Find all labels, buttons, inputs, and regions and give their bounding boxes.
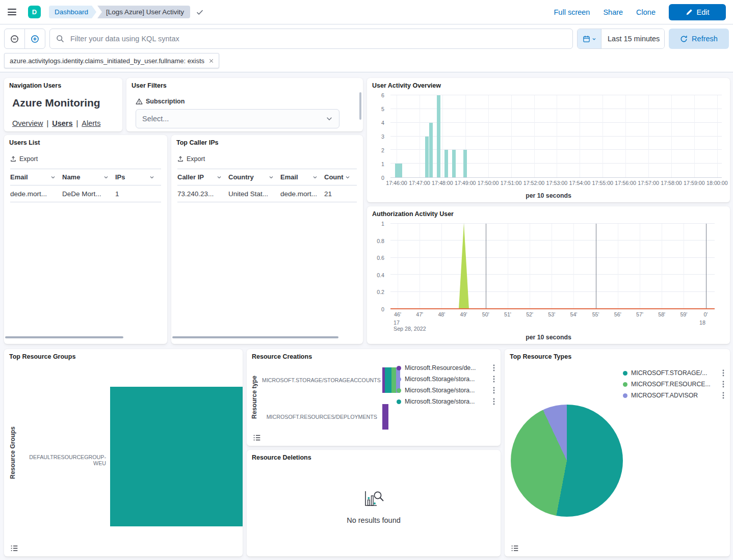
stacked-bar[interactable]: [382, 404, 388, 430]
legend-item-menu-button[interactable]: [491, 386, 496, 395]
category-label: MICROSOFT.RESOURCES/DEPLOYMENTS: [262, 414, 377, 420]
area-series-spike[interactable]: [459, 223, 469, 309]
bar-segment[interactable]: [391, 367, 396, 393]
column-header-caller-ip[interactable]: Caller IP: [177, 169, 228, 185]
legend-item[interactable]: Microsoft.Storage/stora...: [397, 385, 496, 396]
legend-item-menu-button[interactable]: [721, 391, 726, 400]
column-header-country[interactable]: Country: [228, 169, 280, 185]
nav-link-overview[interactable]: Overview: [12, 119, 43, 127]
legend-item-label[interactable]: MICROSOFT.STORAGE/...: [631, 369, 717, 377]
histogram-bar[interactable]: [437, 95, 440, 177]
x-tick-label: 17:59:00: [684, 180, 705, 186]
legend-item-label[interactable]: MICROSOFT.RESOURCE...: [631, 381, 717, 388]
column-header-email[interactable]: Email: [10, 169, 62, 185]
legend-item[interactable]: MICROSOFT.ADVISOR: [623, 390, 726, 401]
legend-item-label[interactable]: Microsoft.Storage/stora...: [405, 387, 488, 394]
legend-item-menu-button[interactable]: [491, 397, 496, 406]
filters-menu-button[interactable]: [5, 29, 24, 48]
table-row[interactable]: 73.240.23... United Stat... dede.mort...…: [177, 185, 357, 202]
export-button-label: Export: [187, 155, 205, 163]
x-tick-label: 50': [482, 311, 489, 317]
gridline: [398, 224, 398, 309]
panel-top-resource-types: Top Resource Types MICROSOFT.STORAGE/...…: [505, 349, 730, 556]
resource-group-bar[interactable]: [110, 387, 243, 526]
kql-search-input[interactable]: [49, 29, 573, 49]
legend-item-menu-button[interactable]: [491, 363, 496, 372]
y-tick-label: 0.4: [377, 272, 384, 278]
pie-chart[interactable]: [511, 405, 623, 517]
clone-button[interactable]: Clone: [636, 8, 656, 16]
subscription-select[interactable]: Select...: [136, 109, 339, 128]
share-button[interactable]: Share: [603, 8, 623, 16]
legend-item[interactable]: MICROSOFT.STORAGE/...: [623, 367, 726, 379]
legend-color-dot: [623, 382, 627, 387]
horizontal-scrollbar-thumb[interactable]: [5, 336, 123, 338]
x-tick-label: 17:55:00: [592, 180, 613, 186]
legend-item-label[interactable]: Microsoft.Resources/de...: [405, 364, 488, 371]
hamburger-menu-button[interactable]: [0, 0, 23, 24]
x-tick-label: 59': [680, 311, 687, 317]
bar-segment[interactable]: [385, 367, 391, 393]
histogram-bar[interactable]: [425, 137, 429, 178]
histogram-bar[interactable]: [452, 150, 456, 177]
legend-item-menu-button[interactable]: [721, 380, 726, 389]
column-header-ips[interactable]: IPs: [115, 169, 161, 185]
filter-pill[interactable]: azure.activitylogs.identity.claims_initi…: [4, 53, 219, 68]
table-row[interactable]: dede.mort... DeDe Mort... 1: [10, 185, 161, 202]
legend-item[interactable]: Microsoft.Storage/stora...: [397, 396, 496, 407]
add-filter-button[interactable]: [24, 29, 45, 48]
horizontal-scrollbar-thumb[interactable]: [172, 336, 338, 338]
y-tick-label: 3: [381, 134, 384, 140]
y-tick-label: 0.6: [377, 255, 384, 261]
refresh-button[interactable]: Refresh: [669, 29, 729, 49]
histogram-bar[interactable]: [429, 123, 433, 177]
legend-toggle-button[interactable]: [509, 543, 521, 553]
nav-link-alerts[interactable]: Alerts: [82, 119, 100, 127]
filter-field-label: Subscription: [136, 98, 185, 105]
histogram-bar[interactable]: [399, 164, 402, 177]
histogram-bar[interactable]: [395, 164, 399, 177]
legend-item-label[interactable]: MICROSOFT.ADVISOR: [631, 392, 717, 399]
export-button[interactable]: Export: [10, 155, 38, 163]
column-header-count[interactable]: Count: [324, 169, 357, 185]
legend-item[interactable]: Microsoft.Storage/stora...: [397, 374, 496, 385]
legend-item-menu-button[interactable]: [721, 368, 726, 378]
edit-button[interactable]: Edit: [669, 4, 726, 20]
gridline: [648, 95, 649, 177]
legend-item[interactable]: MICROSOFT.RESOURCE...: [623, 379, 726, 390]
legend-toggle-button[interactable]: [251, 433, 263, 443]
histogram-plot-area[interactable]: [390, 95, 722, 178]
breadcrumb-dashboard[interactable]: Dashboard: [49, 6, 96, 18]
vertical-scrollbar-thumb[interactable]: [359, 92, 361, 120]
cell-ips: 1: [115, 185, 161, 202]
chart-legend: MICROSOFT.STORAGE/...MICROSOFT.RESOURCE.…: [623, 367, 726, 401]
panel-resource-deletions: Resource Deletions No results found: [247, 450, 501, 556]
legend-item[interactable]: Microsoft.Resources/de...: [397, 362, 496, 374]
full-screen-button[interactable]: Full screen: [554, 8, 590, 16]
bar-segment[interactable]: [382, 404, 388, 430]
legend-item-label[interactable]: Microsoft.Storage/stora...: [405, 376, 488, 383]
column-header-name[interactable]: Name: [62, 169, 115, 185]
export-button[interactable]: Export: [177, 155, 205, 163]
filter-bar: azure.activitylogs.identity.claims_initi…: [4, 53, 219, 68]
select-placeholder: Select...: [142, 115, 169, 123]
space-avatar[interactable]: D: [28, 6, 41, 18]
legend-item-label[interactable]: Microsoft.Storage/stora...: [405, 398, 488, 405]
histogram-bar[interactable]: [463, 150, 467, 177]
gridline: [717, 95, 718, 177]
chevron-down-icon: [103, 174, 109, 180]
legend-toggle-button[interactable]: [8, 543, 20, 553]
nav-link-users[interactable]: Users: [52, 119, 72, 127]
panel-top-caller-ips: Top Caller IPs Export Caller IP Country …: [171, 135, 363, 344]
chevron-down-icon: [312, 174, 318, 180]
legend-item-menu-button[interactable]: [491, 375, 496, 384]
area-plot-area[interactable]: [390, 224, 715, 309]
calendar-button[interactable]: [578, 29, 601, 48]
close-icon[interactable]: [208, 58, 214, 64]
histogram-bar[interactable]: [444, 150, 448, 177]
column-header-email[interactable]: Email: [280, 169, 324, 185]
kibana-dashboard-app: D Dashboard [Logs Azure] User Activity F…: [0, 0, 733, 560]
x-tick-label: 49': [460, 311, 467, 317]
gridline: [390, 291, 715, 292]
time-range-button[interactable]: Last 15 minutes: [601, 29, 664, 48]
